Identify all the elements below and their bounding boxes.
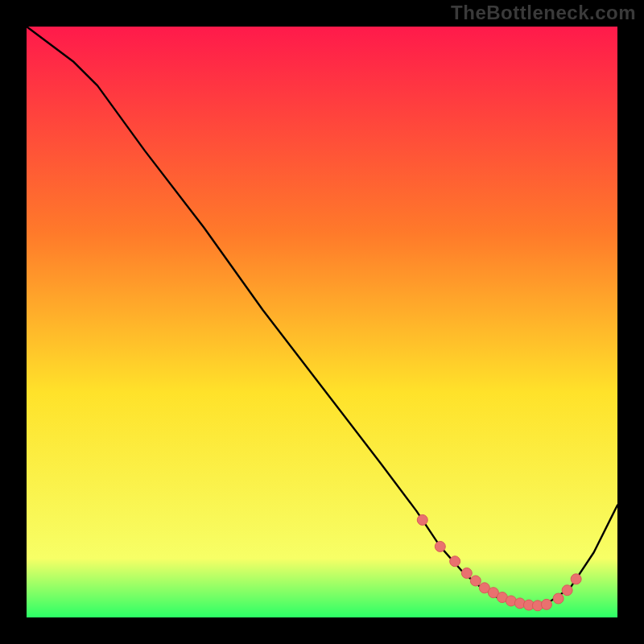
highlight-dot — [562, 585, 572, 596]
highlight-dot — [553, 593, 564, 604]
chart-frame: TheBottleneck.com — [0, 0, 644, 644]
plot-background — [27, 27, 617, 617]
highlight-dot — [450, 556, 460, 567]
highlight-dot — [571, 574, 581, 584]
watermark-text: TheBottleneck.com — [451, 2, 636, 24]
highlight-dot — [541, 599, 551, 609]
highlight-dot — [461, 568, 472, 578]
highlight-dot — [417, 514, 427, 525]
highlight-dot — [435, 541, 445, 551]
highlight-dot — [470, 576, 481, 586]
bottleneck-chart — [0, 0, 644, 644]
